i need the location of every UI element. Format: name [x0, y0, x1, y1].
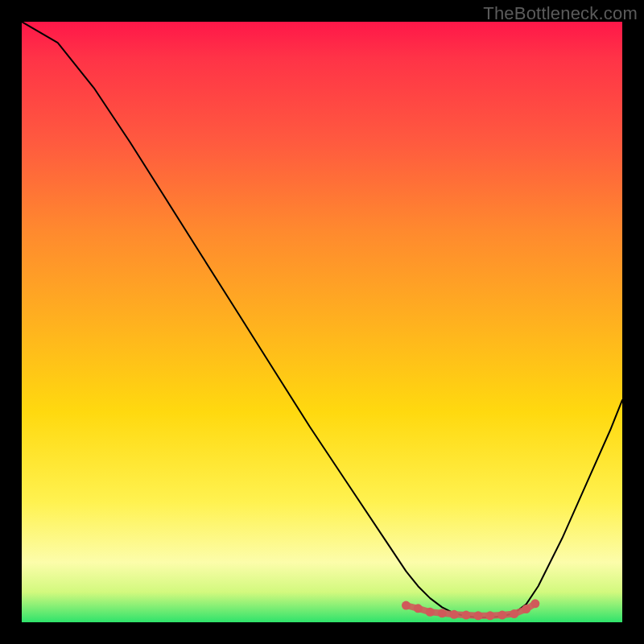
- bottleneck-curve: [22, 22, 622, 617]
- svg-point-1: [414, 604, 423, 613]
- watermark-label: TheBottleneck.com: [483, 3, 638, 24]
- curve-overlay: [22, 22, 622, 622]
- svg-point-4: [450, 610, 459, 619]
- chart-frame: TheBottleneck.com: [0, 0, 644, 644]
- svg-point-7: [485, 611, 494, 620]
- plot-area: [22, 22, 622, 622]
- svg-point-3: [438, 609, 447, 617]
- svg-point-0: [402, 601, 411, 610]
- svg-point-9: [510, 609, 518, 618]
- sweet-spot-marker: [402, 599, 539, 620]
- svg-point-8: [497, 611, 506, 620]
- svg-point-2: [426, 608, 435, 617]
- svg-point-6: [473, 611, 482, 620]
- svg-point-10: [522, 605, 530, 613]
- svg-point-5: [462, 611, 471, 620]
- svg-point-11: [530, 599, 539, 608]
